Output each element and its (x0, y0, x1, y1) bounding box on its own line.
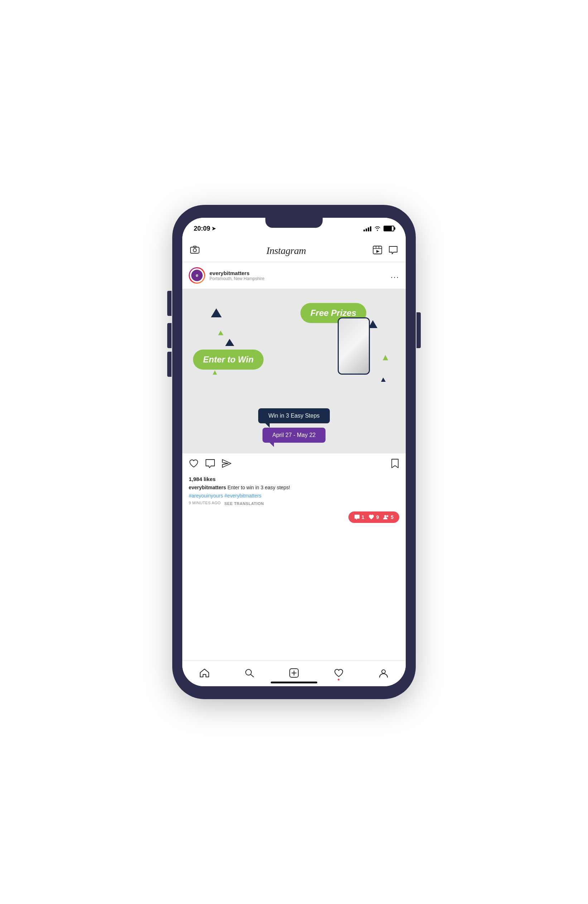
notification-area: 1 9 5 (182, 508, 406, 526)
instagram-logo: Instagram (266, 245, 306, 256)
comment-notif-count: 1 (362, 514, 365, 520)
svg-point-19 (384, 515, 386, 517)
home-bar (271, 681, 317, 683)
likes-notification: 9 (368, 514, 379, 520)
date-bubble: April 27 - May 22 (262, 428, 326, 443)
see-translation[interactable]: SEE TRANSLATION (224, 501, 264, 506)
steps-bubble: Win in 3 Easy Steps (258, 408, 329, 424)
phone-screen: 20:09 ➤ (182, 218, 406, 686)
post-caption: everybitmatters Enter to win in 3 easy s… (189, 484, 399, 492)
ig-header-right (373, 246, 398, 256)
phone-graphic (338, 317, 370, 375)
svg-point-20 (387, 515, 389, 517)
battery-icon (384, 226, 394, 231)
like-button[interactable] (189, 459, 199, 471)
post-more-button[interactable]: ... (391, 271, 399, 280)
post-actions (182, 454, 406, 476)
post-info: 1,984 likes everybitmatters Enter to win… (182, 476, 406, 508)
status-icons (364, 226, 394, 231)
users-notif-count: 5 (391, 514, 394, 520)
status-time: 20:09 ➤ (194, 225, 216, 232)
add-icon (289, 669, 299, 678)
wifi-icon (374, 226, 381, 231)
likes-count: 1,984 likes (189, 476, 399, 482)
post-header: e everybitmatters Portsmouth, New Hampsh… (182, 262, 406, 289)
svg-marker-7 (376, 250, 379, 253)
search-icon (244, 669, 254, 678)
heart-icon (334, 669, 344, 678)
share-button[interactable] (222, 459, 232, 471)
post-image: Free Prizes Enter to Win (182, 289, 406, 454)
phone-device: 20:09 ➤ (172, 205, 416, 699)
post-user-info: everybitmatters Portsmouth, New Hampshir… (210, 270, 264, 281)
reels-icon[interactable] (373, 246, 382, 256)
comment-notification: 1 (354, 514, 365, 520)
post-actions-left (189, 459, 232, 471)
page-wrapper: 20:09 ➤ (0, 0, 588, 904)
avatar[interactable]: e (189, 267, 205, 284)
profile-icon (378, 669, 389, 678)
nav-dot (338, 679, 340, 681)
location-arrow-icon: ➤ (212, 226, 216, 231)
svg-rect-2 (193, 246, 196, 248)
svg-rect-3 (373, 246, 382, 254)
home-icon (199, 669, 210, 678)
post-image-bottom: Win in 3 Easy Steps April 27 - May 22 (190, 408, 398, 443)
messages-icon[interactable] (389, 246, 398, 256)
svg-point-26 (382, 670, 385, 673)
avatar-inner: e (190, 268, 204, 283)
battery-fill (384, 226, 392, 231)
comment-button[interactable] (205, 459, 215, 471)
svg-rect-0 (191, 247, 199, 253)
bookmark-button[interactable] (391, 458, 399, 471)
svg-text:e: e (196, 273, 198, 278)
post-hashtags[interactable]: #areyouinyours #everybitmatters (189, 493, 399, 499)
post-location: Portsmouth, New Hampshire (210, 276, 264, 281)
instagram-header: Instagram (182, 239, 406, 262)
post-username[interactable]: everybitmatters (210, 270, 264, 276)
likes-notif-count: 9 (376, 514, 379, 520)
nav-home[interactable] (199, 669, 210, 678)
svg-point-1 (193, 248, 197, 252)
nav-profile[interactable] (378, 669, 389, 678)
post-user: e everybitmatters Portsmouth, New Hampsh… (189, 267, 264, 284)
nav-add[interactable] (289, 669, 299, 678)
avatar-logo: e (191, 270, 203, 281)
notification-pill[interactable]: 1 9 5 (348, 512, 399, 523)
post-time: 9 MINUTES AGO (189, 501, 221, 505)
phone-graphic-screen (339, 318, 369, 373)
status-bar: 20:09 ➤ (182, 218, 406, 239)
nav-search[interactable] (244, 669, 254, 678)
users-notification: 5 (383, 514, 394, 520)
caption-text: Enter to win in 3 easy steps! (228, 485, 290, 490)
notch (266, 218, 322, 228)
svg-line-22 (251, 675, 253, 677)
enter-to-win-bubble: Enter to Win (193, 349, 264, 370)
signal-bars (364, 226, 371, 231)
camera-icon[interactable] (190, 245, 199, 256)
svg-marker-16 (218, 330, 223, 335)
caption-username[interactable]: everybitmatters (189, 485, 226, 490)
nav-heart[interactable] (334, 669, 344, 678)
